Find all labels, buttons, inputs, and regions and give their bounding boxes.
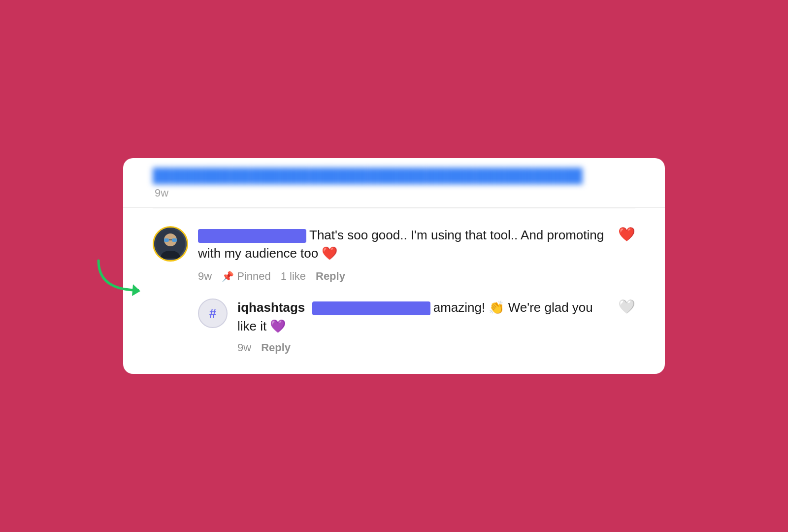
hash-icon: #	[209, 306, 216, 321]
comment-section: That's soo good.. I'm using that tool.. …	[123, 208, 665, 355]
reply-avatar: #	[198, 299, 228, 328]
pin-icon: 📌	[222, 270, 234, 282]
likes-count: 1 like	[281, 270, 306, 283]
reply-text: iqhashtags amazing! 👏 We're glad you lik…	[237, 299, 608, 335]
comment-card: ████████████████████████████████████████…	[123, 158, 665, 374]
comment-time: 9w	[198, 270, 212, 283]
pinned-badge: 📌 Pinned	[222, 270, 271, 283]
blurred-text: ████████████████████████████████████████…	[153, 168, 635, 184]
person-svg	[156, 229, 185, 259]
like-button-filled[interactable]: ❤️	[618, 226, 635, 242]
reply-meta: 9w Reply	[237, 341, 608, 354]
svg-marker-0	[132, 284, 140, 296]
comment-meta: 9w 📌 Pinned 1 like Reply	[198, 270, 608, 283]
pinned-label: Pinned	[237, 270, 271, 283]
reply-section: # iqhashtags amazing! 👏 We're glad you l…	[198, 299, 635, 354]
reply-body: iqhashtags amazing! 👏 We're glad you lik…	[237, 299, 608, 354]
top-time: 9w	[153, 187, 635, 200]
comment-text: That's soo good.. I'm using that tool.. …	[198, 226, 608, 263]
reply-username: iqhashtags	[237, 300, 305, 315]
redacted-block-2	[312, 301, 430, 315]
comment-body: That's soo good.. I'm using that tool.. …	[198, 226, 608, 283]
arrow-annotation	[94, 256, 153, 295]
reply-reply-button[interactable]: Reply	[261, 341, 291, 354]
arrow-icon	[94, 256, 153, 300]
reply-button[interactable]: Reply	[316, 270, 345, 283]
commenter-avatar	[153, 226, 188, 262]
reply-time: 9w	[237, 341, 251, 354]
redacted-block-1	[198, 229, 306, 243]
top-section: ████████████████████████████████████████…	[123, 158, 665, 208]
like-button-empty[interactable]: 🤍	[618, 299, 635, 315]
avatar-person-icon	[154, 227, 187, 261]
reply-row: # iqhashtags amazing! 👏 We're glad you l…	[198, 299, 635, 354]
commenter-avatar-wrapper	[153, 226, 188, 262]
svg-rect-4	[172, 238, 177, 242]
svg-rect-3	[164, 238, 169, 242]
comment-row: That's soo good.. I'm using that tool.. …	[153, 226, 635, 283]
